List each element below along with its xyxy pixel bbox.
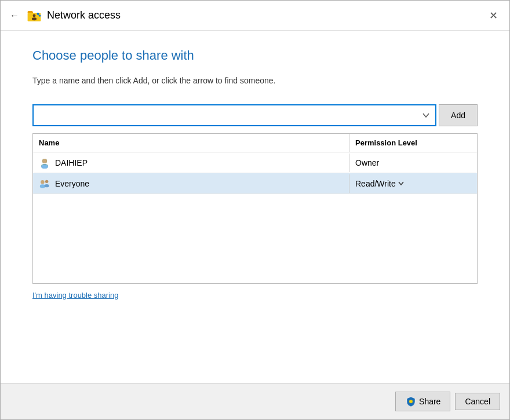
dialog-content: Choose people to share with Type a name … xyxy=(1,31,509,383)
perm-dropdown-everyone[interactable]: Read/Write xyxy=(355,179,404,188)
add-button[interactable]: Add xyxy=(439,104,478,126)
svg-point-9 xyxy=(42,159,47,163)
svg-point-1 xyxy=(33,14,36,17)
perm-cell-daihiep: Owner xyxy=(349,155,477,171)
user-icon-daihiep xyxy=(39,157,50,169)
instruction-text: Type a name and then click Add, or click… xyxy=(32,75,478,87)
trouble-sharing-link[interactable]: I'm having trouble sharing xyxy=(32,291,478,300)
input-row: Add xyxy=(32,104,478,126)
share-shield-icon xyxy=(405,396,417,407)
col-name-header: Name xyxy=(33,134,349,152)
back-button[interactable]: ← xyxy=(8,9,21,23)
table-header: Name Permission Level xyxy=(33,134,477,152)
name-cell-everyone: Everyone xyxy=(33,174,349,193)
title-bar: ← Network access ✕ xyxy=(1,1,509,31)
group-icon-everyone xyxy=(39,178,50,189)
perm-value-everyone: Read/Write xyxy=(355,179,396,188)
svg-point-2 xyxy=(32,17,37,20)
name-input[interactable] xyxy=(34,107,417,123)
user-name-daihiep: DAIHIEP xyxy=(55,158,88,167)
table-row-everyone[interactable]: Everyone Read/Write xyxy=(33,173,477,194)
svg-point-13 xyxy=(45,184,49,187)
svg-point-3 xyxy=(37,12,39,14)
perm-cell-everyone: Read/Write xyxy=(349,176,477,192)
perm-value-daihiep: Owner xyxy=(355,158,379,167)
col-perm-header: Permission Level xyxy=(349,134,477,152)
svg-point-10 xyxy=(41,180,44,184)
cancel-button[interactable]: Cancel xyxy=(455,393,500,410)
svg-point-11 xyxy=(40,184,45,188)
dialog-heading: Choose people to share with xyxy=(32,48,478,63)
dialog-footer: Share Cancel xyxy=(1,383,509,419)
perm-dropdown-arrow xyxy=(398,180,404,187)
user-name-everyone: Everyone xyxy=(55,179,89,188)
name-input-wrapper xyxy=(32,104,436,126)
share-button[interactable]: Share xyxy=(395,392,450,411)
close-button[interactable]: ✕ xyxy=(484,6,502,25)
name-cell-daihiep: DAIHIEP xyxy=(33,154,349,172)
input-dropdown-arrow[interactable] xyxy=(417,105,435,125)
dialog-title: Network access xyxy=(47,9,121,21)
svg-point-12 xyxy=(45,180,48,182)
title-icon xyxy=(26,8,42,24)
share-button-label: Share xyxy=(419,397,440,406)
table-empty-area xyxy=(33,194,477,287)
dialog-window: ← Network access ✕ Choose people to shar xyxy=(0,0,510,420)
share-table: Name Permission Level xyxy=(32,133,478,284)
table-row[interactable]: DAIHIEP Owner xyxy=(33,152,477,173)
